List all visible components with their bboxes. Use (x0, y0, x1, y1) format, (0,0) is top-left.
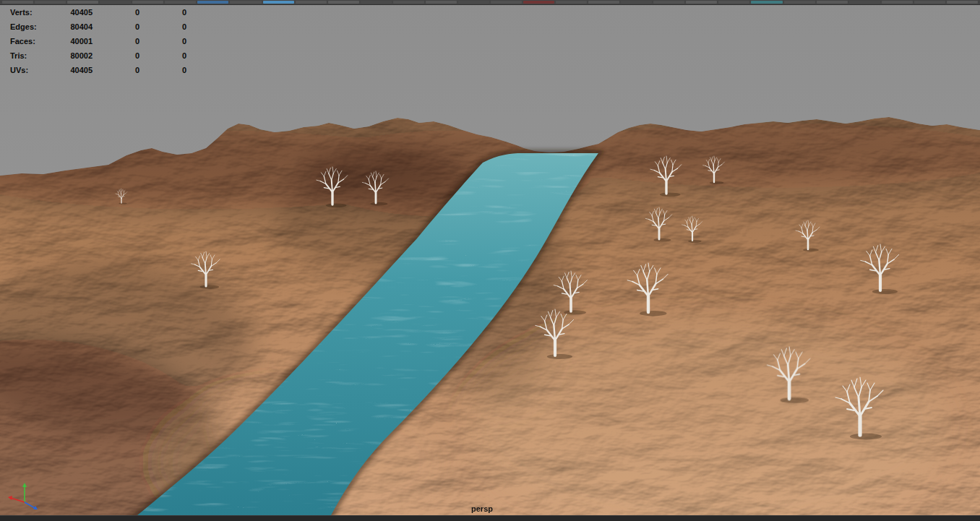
toolbar-icon[interactable] (296, 1, 327, 4)
toolbar-icon[interactable] (817, 1, 848, 4)
hud-value-col2: 0 (93, 37, 139, 46)
toolbar-icon[interactable] (947, 1, 978, 4)
toolbar-icon[interactable] (361, 1, 392, 4)
toolbar-icon[interactable] (132, 1, 163, 4)
hud-value-total: 80404 (61, 22, 93, 31)
toolbar-icon[interactable] (458, 1, 489, 4)
hud-value-col2: 0 (93, 8, 139, 17)
axis-z-arrow (25, 502, 35, 508)
toolbar-icon[interactable] (914, 1, 945, 4)
toolbar-icon[interactable] (165, 1, 196, 4)
toolbar-strip[interactable] (0, 0, 980, 5)
hud-value-total: 40001 (61, 37, 93, 46)
hud-value-col3: 0 (139, 22, 186, 31)
hud-value-total: 40405 (61, 66, 93, 74)
toolbar-icon[interactable] (686, 1, 717, 4)
toolbar-icon[interactable] (2, 1, 33, 4)
hud-row-label: UVs: (10, 66, 61, 74)
camera-label: persp (0, 504, 972, 513)
toolbar-icon[interactable] (426, 1, 457, 4)
toolbar-icon[interactable] (556, 1, 587, 4)
toolbar-icon[interactable] (621, 1, 652, 4)
hud-value-col3: 0 (139, 37, 186, 46)
viewport-canvas[interactable] (0, 0, 980, 521)
hud-row-label: Verts: (10, 8, 61, 17)
toolbar-icon[interactable] (491, 1, 522, 4)
hud-value-col2: 0 (93, 22, 139, 31)
hud-row: Faces:4000100 (10, 34, 186, 48)
toolbar-icon[interactable] (67, 1, 98, 4)
toolbar-icon[interactable] (100, 1, 131, 4)
hud-row: Tris:8000200 (10, 48, 186, 63)
hud-row-label: Edges: (10, 22, 61, 31)
toolbar-icon[interactable] (653, 1, 684, 4)
axis-y-arrowhead (22, 483, 27, 487)
hud-value-col3: 0 (139, 51, 186, 60)
time-slider-strip[interactable] (0, 515, 980, 521)
toolbar-icon[interactable] (197, 1, 228, 4)
hud-row-label: Tris: (10, 51, 61, 60)
toolbar-icon[interactable] (35, 1, 66, 4)
axis-x-arrowhead (8, 496, 12, 500)
hud-value-col3: 0 (139, 8, 186, 17)
toolbar-icon[interactable] (882, 1, 913, 4)
hud-row: Edges:8040400 (10, 20, 186, 34)
hud-value-col2: 0 (93, 51, 139, 60)
toolbar-icon[interactable] (751, 1, 782, 4)
toolbar-icon[interactable] (588, 1, 619, 4)
app-window: Verts:4040500Edges:8040400Faces:4000100T… (0, 0, 980, 521)
hud-row: UVs:4040500 (10, 63, 186, 77)
hud-row-label: Faces: (10, 37, 61, 46)
hud-value-col2: 0 (93, 66, 139, 74)
toolbar-icon[interactable] (393, 1, 424, 4)
toolbar-icon[interactable] (523, 1, 554, 4)
hud-row: Verts:4040500 (10, 5, 186, 20)
hud-value-total: 40405 (61, 8, 93, 17)
toolbar-icon[interactable] (718, 1, 749, 4)
hud-value-total: 80002 (61, 51, 93, 60)
hud-stats: Verts:4040500Edges:8040400Faces:4000100T… (10, 5, 186, 77)
toolbar-icon[interactable] (263, 1, 294, 4)
hud-value-col3: 0 (139, 66, 186, 74)
toolbar-icon[interactable] (230, 1, 261, 4)
axis-x-arrow (11, 498, 25, 502)
toolbar-icon[interactable] (784, 1, 815, 4)
axis-gizmo (6, 478, 46, 511)
toolbar-icon[interactable] (328, 1, 359, 4)
toolbar-icon[interactable] (849, 1, 880, 4)
